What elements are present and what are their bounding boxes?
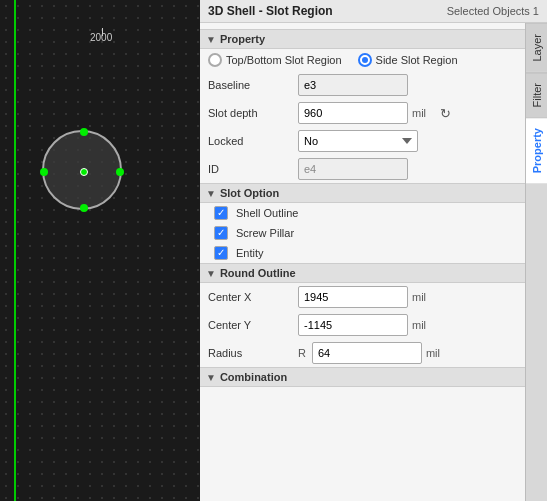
shell-outline-label: Shell Outline (236, 207, 298, 219)
center-y-row: Center Y mil (200, 311, 525, 339)
id-row: ID (200, 155, 525, 183)
section-combination-header: ▼ Combination (200, 367, 525, 387)
section-property-label: Property (220, 33, 265, 45)
center-x-label: Center X (208, 291, 298, 303)
slot-depth-value-area: mil ↻ (298, 102, 517, 124)
section-arrow-combination: ▼ (206, 372, 216, 383)
entity-checkbox[interactable] (214, 246, 228, 260)
radio-top-bottom-circle[interactable] (208, 53, 222, 67)
center-y-label: Center Y (208, 319, 298, 331)
handle-right[interactable] (116, 168, 124, 176)
refresh-icon[interactable]: ↻ (440, 106, 451, 121)
center-y-value-area: mil (298, 314, 517, 336)
baseline-row: Baseline (200, 71, 525, 99)
slot-depth-label: Slot depth (208, 107, 298, 119)
tab-layer[interactable]: Layer (526, 23, 547, 72)
tab-filter-label: Filter (531, 83, 543, 107)
section-slot-option-label: Slot Option (220, 187, 279, 199)
center-x-input[interactable] (298, 286, 408, 308)
section-combination-label: Combination (220, 371, 287, 383)
panel-topbar: 3D Shell - Slot Region Selected Objects … (200, 0, 547, 23)
radius-row: Radius R mil (200, 339, 525, 367)
selected-objects: Selected Objects 1 (447, 5, 539, 17)
slot-depth-unit: mil (412, 107, 436, 119)
radio-side-circle[interactable] (358, 53, 372, 67)
radius-input[interactable] (312, 342, 422, 364)
ruler-label: 2000 (90, 32, 112, 43)
baseline-label: Baseline (208, 79, 298, 91)
center-x-unit: mil (412, 291, 436, 303)
tab-layer-label: Layer (531, 34, 543, 62)
panel-content: ▼ Property Top/Bottom Slot Region Side S… (200, 23, 525, 501)
shell-outline-checkbox[interactable] (214, 206, 228, 220)
baseline-input[interactable] (298, 74, 408, 96)
id-label: ID (208, 163, 298, 175)
canvas-dots (0, 0, 200, 501)
locked-label: Locked (208, 135, 298, 147)
entity-row[interactable]: Entity (200, 243, 525, 263)
side-tabs: Layer Filter Property (525, 23, 547, 501)
section-property-header: ▼ Property (200, 29, 525, 49)
screw-pillar-row[interactable]: Screw Pillar (200, 223, 525, 243)
baseline-value-area (298, 74, 517, 96)
radius-r-prefix: R (298, 347, 306, 359)
center-y-input[interactable] (298, 314, 408, 336)
panel-body: ▼ Property Top/Bottom Slot Region Side S… (200, 23, 547, 501)
section-arrow-property: ▼ (206, 34, 216, 45)
green-vertical-line (14, 0, 16, 501)
shell-outline-row[interactable]: Shell Outline (200, 203, 525, 223)
center-y-unit: mil (412, 319, 436, 331)
radius-value-area: R mil (298, 342, 517, 364)
id-value-area (298, 158, 517, 180)
section-slot-option-header: ▼ Slot Option (200, 183, 525, 203)
panel-title: 3D Shell - Slot Region (208, 4, 333, 18)
id-input (298, 158, 408, 180)
slot-depth-input[interactable] (298, 102, 408, 124)
screw-pillar-label: Screw Pillar (236, 227, 294, 239)
locked-row: Locked No Yes (200, 127, 525, 155)
radio-side[interactable]: Side Slot Region (358, 53, 458, 67)
locked-select[interactable]: No Yes (298, 130, 418, 152)
center-x-value-area: mil (298, 286, 517, 308)
canvas-area: 2000 (0, 0, 200, 501)
radio-side-label: Side Slot Region (376, 54, 458, 66)
center-x-row: Center X mil (200, 283, 525, 311)
slot-depth-row: Slot depth mil ↻ (200, 99, 525, 127)
tab-filter[interactable]: Filter (526, 72, 547, 117)
radio-top-bottom-label: Top/Bottom Slot Region (226, 54, 342, 66)
handle-bottom[interactable] (80, 204, 88, 212)
radius-unit: mil (426, 347, 450, 359)
section-round-outline-label: Round Outline (220, 267, 296, 279)
locked-value-area: No Yes (298, 130, 517, 152)
section-arrow-round: ▼ (206, 268, 216, 279)
circle-shape (42, 130, 122, 210)
handle-top[interactable] (80, 128, 88, 136)
radio-row: Top/Bottom Slot Region Side Slot Region (200, 49, 525, 71)
screw-pillar-checkbox[interactable] (214, 226, 228, 240)
entity-label: Entity (236, 247, 264, 259)
radius-label: Radius (208, 347, 298, 359)
tab-property[interactable]: Property (526, 117, 547, 183)
radio-top-bottom[interactable]: Top/Bottom Slot Region (208, 53, 342, 67)
tab-property-label: Property (531, 128, 543, 173)
handle-left[interactable] (40, 168, 48, 176)
handle-center[interactable] (80, 168, 88, 176)
section-round-outline-header: ▼ Round Outline (200, 263, 525, 283)
property-panel: 3D Shell - Slot Region Selected Objects … (200, 0, 547, 501)
section-arrow-slot: ▼ (206, 188, 216, 199)
